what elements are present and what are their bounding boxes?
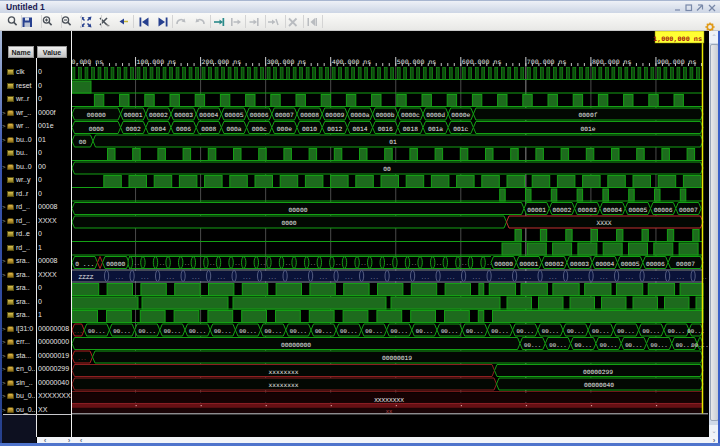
svg-text:00...: 00... — [441, 328, 458, 335]
svg-text:..: .. — [285, 261, 291, 267]
svg-text:00...: 00... — [264, 328, 281, 335]
svg-text:..: .. — [310, 261, 316, 267]
svg-text:...: ... — [293, 276, 302, 281]
svg-text:XXXX: XXXX — [596, 220, 611, 227]
svg-text:00...: 00... — [668, 328, 685, 335]
svg-text:...: ... — [115, 276, 124, 281]
svg-text:00007: 00007 — [676, 261, 695, 268]
svg-text:00...: 00... — [524, 342, 541, 349]
svg-text:00004: 00004 — [199, 112, 218, 119]
svg-text:0018: 0018 — [403, 126, 418, 133]
svg-text:00000: 00000 — [87, 112, 106, 119]
svg-text:00...: 00... — [650, 342, 667, 349]
svg-text:...: ... — [217, 276, 226, 281]
svg-text:...: ... — [319, 276, 328, 281]
svg-text:00002: 00002 — [545, 261, 564, 268]
svg-text:...: ... — [625, 276, 634, 281]
svg-text:00...: 00... — [466, 328, 483, 335]
svg-text:...: ... — [77, 356, 86, 362]
svg-text:00...: 00... — [164, 328, 181, 335]
svg-text:00: 00 — [383, 166, 391, 173]
svg-text:000a: 000a — [226, 126, 241, 133]
svg-text:0000: 0000 — [281, 220, 296, 227]
svg-text:..: .. — [335, 261, 341, 267]
svg-text:00005: 00005 — [225, 112, 244, 119]
svg-text:ZZZZ: ZZZZ — [79, 274, 94, 281]
svg-text:00004: 00004 — [595, 261, 614, 268]
svg-text:000e: 000e — [277, 126, 292, 133]
svg-text:0000e: 0000e — [451, 112, 470, 119]
svg-text:0000a: 0000a — [351, 112, 370, 119]
svg-text:00...: 00... — [113, 328, 130, 335]
svg-text:...: ... — [472, 276, 481, 281]
svg-text:00...: 00... — [138, 328, 155, 335]
svg-text:00...: 00... — [549, 342, 566, 349]
svg-text:xxxxxxxx: xxxxxxxx — [268, 382, 298, 389]
svg-text:00...: 00... — [491, 328, 508, 335]
svg-text:00006: 00006 — [654, 207, 673, 214]
svg-text:001e: 001e — [580, 126, 595, 133]
svg-text:..: .. — [184, 261, 190, 267]
svg-text:0 ...: 0 ... — [75, 261, 94, 268]
svg-text:00007: 00007 — [679, 207, 698, 214]
svg-text:00004: 00004 — [603, 207, 622, 214]
svg-text:0016: 0016 — [378, 126, 393, 133]
svg-text:00...: 00... — [516, 328, 533, 335]
svg-text:...: ... — [166, 276, 175, 281]
svg-text:..: .. — [159, 261, 165, 267]
svg-text:...: ... — [676, 276, 685, 281]
svg-text:01: 01 — [389, 139, 397, 146]
svg-text:..: .. — [386, 261, 392, 267]
svg-text:...: ... — [523, 276, 532, 281]
svg-text:00...: 00... — [642, 328, 659, 335]
svg-text:00000019: 00000019 — [382, 355, 412, 362]
svg-text:00...: 00... — [600, 342, 617, 349]
svg-text:...: ... — [395, 276, 404, 281]
svg-text:00...: 00... — [88, 328, 105, 335]
svg-text:...: ... — [548, 276, 557, 281]
svg-text:00005: 00005 — [621, 261, 640, 268]
svg-text:...: ... — [370, 276, 379, 281]
svg-text:1,000,000 ns: 1,000,000 ns — [653, 36, 702, 44]
svg-text:...: ... — [599, 276, 608, 281]
svg-text:00...: 00... — [691, 342, 708, 349]
svg-text:...: ... — [73, 329, 82, 335]
svg-text:00006: 00006 — [250, 112, 269, 119]
svg-text:0006: 0006 — [176, 126, 191, 133]
svg-text:...: ... — [344, 276, 353, 281]
svg-text:00...: 00... — [625, 342, 642, 349]
svg-text:0014: 0014 — [352, 126, 367, 133]
svg-text:0010: 0010 — [302, 126, 317, 133]
svg-text:00...: 00... — [617, 328, 634, 335]
svg-text:...: ... — [650, 276, 659, 281]
svg-text:00: 00 — [79, 139, 87, 146]
svg-text:00009: 00009 — [325, 112, 344, 119]
svg-text:00000000: 00000000 — [281, 342, 311, 349]
svg-text:..: .. — [209, 261, 215, 267]
svg-text:00...: 00... — [390, 328, 407, 335]
svg-text:..: .. — [134, 261, 140, 267]
svg-text:00003: 00003 — [578, 207, 597, 214]
svg-text:00...: 00... — [416, 328, 433, 335]
svg-text:0000c: 0000c — [401, 112, 420, 119]
svg-text:00...: 00... — [315, 328, 332, 335]
svg-text:00006: 00006 — [646, 261, 665, 268]
svg-text:..: .. — [411, 261, 417, 267]
svg-text:00003: 00003 — [174, 112, 193, 119]
svg-text:...: ... — [191, 276, 200, 281]
svg-text:00005: 00005 — [628, 207, 647, 214]
svg-text:..: .. — [436, 261, 442, 267]
svg-text:00...: 00... — [189, 328, 206, 335]
svg-text:00000: 00000 — [494, 261, 513, 268]
svg-text:00...: 00... — [239, 328, 256, 335]
svg-text:...: ... — [268, 276, 277, 281]
svg-text:...: ... — [242, 276, 251, 281]
svg-text:00002: 00002 — [149, 112, 168, 119]
svg-text:00...: 00... — [290, 328, 307, 335]
svg-text:0000b: 0000b — [376, 112, 395, 119]
svg-text:0002: 0002 — [126, 126, 141, 133]
svg-text:001a: 001a — [428, 126, 443, 133]
svg-text:0000: 0000 — [89, 126, 104, 133]
svg-text:00...: 00... — [214, 328, 231, 335]
svg-text:00000: 00000 — [289, 207, 308, 214]
